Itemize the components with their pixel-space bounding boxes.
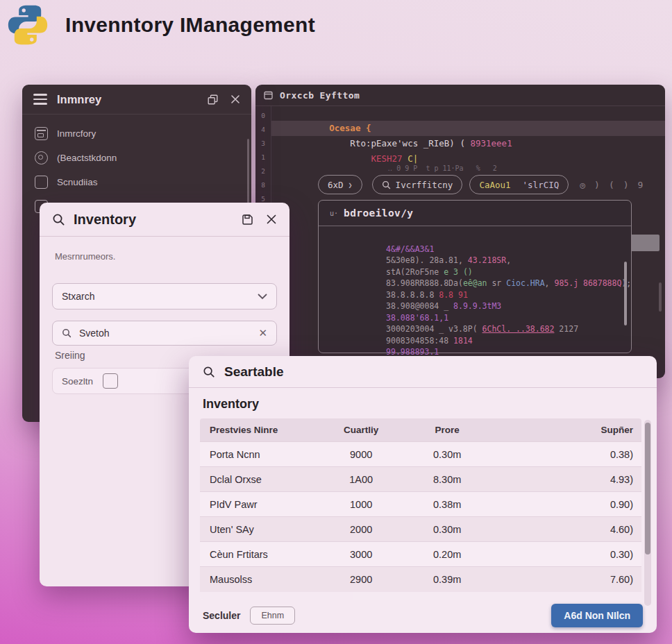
sidebar-item[interactable]: Inmrcfory xyxy=(22,121,251,146)
cell-quantity: 1000 xyxy=(314,499,408,510)
cell-name: PIdV Pawr xyxy=(200,499,314,510)
cell-quantity: 3000 xyxy=(314,549,408,560)
table-row[interactable]: Cèun Frtitars 3000 0.20m 0.30) xyxy=(200,541,641,566)
code-token: 83.908RR888.8Da( xyxy=(386,278,463,288)
editor-code[interactable]: Ocesae { Rto:pEaxe'wcs _RIeB) ( 8931eee1… xyxy=(271,105,665,162)
table-row[interactable]: Porta Ncnn 9000 0.30m 0.38) xyxy=(200,441,641,466)
cell-name: Dclal Orxse xyxy=(200,474,314,485)
seartable-title: Seartable xyxy=(224,364,284,380)
table-scrollbar-track[interactable] xyxy=(644,420,651,606)
line-number: 1 xyxy=(261,153,265,161)
page-title: Invenntory IManagement xyxy=(65,13,315,37)
dialog-description: Mesrnrumeors. xyxy=(55,251,115,262)
code-token: 985.j 8687888Q xyxy=(554,278,621,288)
result-code-line: 4&#/&&A3&1 xyxy=(328,232,631,244)
chevron-down-icon xyxy=(258,294,267,300)
checkbox[interactable] xyxy=(103,373,118,389)
cell-quantity: 2000 xyxy=(314,524,408,535)
result-panel-title: bdroeilov/y xyxy=(344,207,413,219)
line-number: 3 xyxy=(261,139,265,147)
code-token: 38.8.8.8.8 xyxy=(386,290,439,300)
column-header-price[interactable]: Prore xyxy=(408,425,487,435)
sidebar-item-label: Scnudiias xyxy=(57,177,98,187)
filter-value-label: 'slrCIQ xyxy=(523,180,560,190)
cell-supplier: 4.60) xyxy=(487,524,641,535)
search-pill-button[interactable]: Ivcrffitcny xyxy=(372,175,463,194)
column-header-quantity[interactable]: Cuartliy xyxy=(314,425,408,435)
code-line: Ocesae { xyxy=(271,105,665,121)
line-number: 2 xyxy=(261,167,265,175)
secondary-button[interactable]: Ehnm xyxy=(250,607,295,625)
cell-supplier: 0.30) xyxy=(487,549,641,560)
seartable-header: Seartable xyxy=(189,356,657,388)
code-token: 8931eee1 xyxy=(470,138,512,149)
column-header-supplier[interactable]: Supñer xyxy=(487,425,641,435)
window-icon xyxy=(264,91,273,100)
table-scrollbar-thumb[interactable] xyxy=(645,423,650,554)
sidebar-item[interactable]: Scnudiias xyxy=(22,170,251,194)
table-header-row: Prestvies Ninre Cuartliy Prore Supñer xyxy=(200,418,641,441)
toolbar-glyph-icon[interactable]: 9 xyxy=(638,180,644,190)
search-icon xyxy=(52,213,65,226)
sidebar-item-icon xyxy=(35,176,48,189)
code-token: Ocesae { xyxy=(329,123,371,133)
close-window-icon[interactable] xyxy=(230,94,240,104)
dialog-header: Inventory xyxy=(40,203,289,237)
code-token: 99.988893.1 xyxy=(386,347,439,357)
menu-icon[interactable] xyxy=(33,94,47,105)
restore-window-icon[interactable] xyxy=(208,94,218,105)
toolbar-glyph-icon[interactable]: ) xyxy=(623,180,629,190)
code-token: 8.8 91 xyxy=(439,290,468,300)
checkbox-label: Soezltn xyxy=(62,376,93,387)
table-row[interactable]: Uten' SAy 2000 0.30m 4.60) xyxy=(200,516,641,541)
toolbar-glyph-icon[interactable]: ) xyxy=(594,180,600,190)
code-editor-window: Orxccb Eyfttom 043128520 Ocesae { Rto:pE… xyxy=(255,85,665,378)
cell-supplier: 0.38) xyxy=(487,449,641,460)
result-code[interactable]: 4&#/&&A3&1 5&30e8). 28a.81, 43.218SR, st… xyxy=(319,226,631,346)
app-header: Invenntory IManagement xyxy=(6,3,315,47)
code-token: e 3 () xyxy=(444,267,473,277)
python-logo-icon xyxy=(6,3,50,47)
code-token: Rto:pEaxe'wcs _RIeB) ( xyxy=(329,138,470,149)
clear-icon[interactable]: ✕ xyxy=(258,327,267,339)
code-token: stA(2RoF5ne xyxy=(386,267,444,277)
desktop-background: Invenntory IManagement Inmnrey Inmrcfory xyxy=(0,0,672,644)
editor-toolbar-icons: ◎)()9 xyxy=(580,180,643,190)
search-type-select[interactable]: Stxarch xyxy=(52,283,277,310)
table-row[interactable]: Mausolss 2900 0.39m 7.60) xyxy=(200,566,641,591)
editor-toolbar: 6xD ❯ Ivcrffitcny CaAou1 'slrCIQ ◎)()9 xyxy=(318,175,643,194)
cell-price: 0.38m xyxy=(408,499,487,510)
sidebar-item[interactable]: (Beactstkdonn xyxy=(22,146,251,170)
code-token: 43.218SR xyxy=(468,255,506,265)
sidebar-item-icon xyxy=(35,127,48,140)
footer-label: Secluler xyxy=(203,610,240,621)
chevron-right-icon: ❯ xyxy=(348,181,353,189)
close-icon[interactable] xyxy=(266,214,277,225)
cell-supplier: 4.93) xyxy=(487,474,641,485)
table-row[interactable]: Dclal Orxse 1A00 8.30m 4.93) xyxy=(200,466,641,491)
table-row[interactable]: PIdV Pawr 1000 0.38m 0.90) xyxy=(200,491,641,516)
code-token: eê@an xyxy=(463,278,487,288)
editor-scrollbar[interactable] xyxy=(659,282,662,312)
add-new-item-button[interactable]: A6d Non NIlcn xyxy=(551,604,643,627)
cell-quantity: 9000 xyxy=(314,449,408,460)
code-token: 3000203004 _ v3.8P( xyxy=(386,324,482,334)
filter-pill-button[interactable]: CaAou1 'slrCIQ xyxy=(469,175,569,194)
cell-name: Cèun Frtitars xyxy=(200,549,314,560)
column-header-name[interactable]: Prestvies Ninre xyxy=(200,425,314,435)
result-panel-scrollbar[interactable] xyxy=(624,262,627,325)
save-icon[interactable] xyxy=(242,214,253,226)
table-body: Porta Ncnn 9000 0.30m 0.38) Dclal Orxse … xyxy=(200,441,641,600)
run-pill-button[interactable]: 6xD ❯ xyxy=(318,175,362,194)
code-token: ‥ 0 9 P t p 11·Pa % 2 xyxy=(329,164,496,172)
code-token: sr xyxy=(487,278,507,288)
search-input[interactable] xyxy=(78,327,258,339)
cell-quantity: 1A00 xyxy=(314,474,408,485)
cell-name: Porta Ncnn xyxy=(200,449,314,460)
table-section-title: Inventory xyxy=(189,388,657,418)
sidebar-item-label: Inmrcfory xyxy=(57,128,96,139)
cell-price: 0.30m xyxy=(408,524,487,535)
toolbar-glyph-icon[interactable]: ◎ xyxy=(580,180,585,190)
seartable-panel: Seartable Inventory Prestvies Ninre Cuar… xyxy=(189,356,657,633)
toolbar-glyph-icon[interactable]: ( xyxy=(609,180,614,190)
